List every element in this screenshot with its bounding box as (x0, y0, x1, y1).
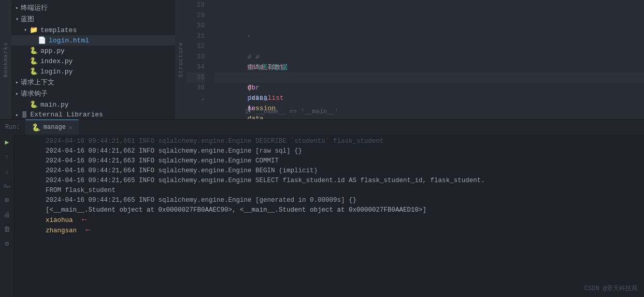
sidebar-item-login-html[interactable]: 📄 login.html (11, 35, 175, 46)
close-icon[interactable]: ✕ (69, 124, 73, 131)
structure-label: Structure (178, 42, 184, 77)
console-line-xiaohua: xiaohua ← (46, 215, 644, 226)
console-line: 2024-04-16 09:44:21,663 INFO sqlalchemy.… (46, 156, 644, 166)
trash-button[interactable]: 🗑 (2, 224, 13, 235)
settings-button[interactable]: ⚙ (2, 238, 13, 249)
code-line: print ( data . name ) (215, 62, 644, 72)
folder-icon: 📁 (29, 26, 38, 34)
sidebar-label: 请求上下文 (21, 78, 54, 87)
console-line: FROM flask_student (46, 186, 644, 196)
sidebar-label: 终端运行 (21, 3, 48, 12)
console-line: 2024-04-16 09:44:21,662 INFO sqlalchemy.… (46, 146, 644, 156)
sidebar: 终端运行 蓝图 📁 templates 📄 login.html (0, 0, 187, 119)
csdn-watermark: CSDN @景天科技苑 (584, 284, 638, 293)
sidebar-item-app-py[interactable]: 🐍 app.py (11, 46, 175, 56)
code-line (215, 10, 644, 21)
wrap-button[interactable]: ≡↵ (2, 180, 13, 191)
python-icon: 🐍 (32, 123, 40, 132)
bookmarks-bar: Bookmarks (0, 0, 11, 119)
console-line: 2024-04-16 09:44:21,665 INFO sqlalchemy.… (46, 196, 644, 205)
main-area: 终端运行 蓝图 📁 templates 📄 login.html (0, 0, 644, 119)
sidebar-item-blueprint[interactable]: 蓝图 (11, 13, 175, 25)
run-button[interactable]: ▶ (2, 137, 13, 148)
code-line: print ( data_list ) (215, 41, 644, 52)
file-icon: 🐍 (29, 67, 38, 76)
arrow-indicator: ← (86, 226, 91, 235)
code-line: for data in data_list : (215, 52, 644, 62)
code-line (215, 72, 644, 83)
sidebar-label: 请求钩子 (21, 89, 48, 98)
run-label: Run: (0, 124, 25, 131)
code-line: ▾ # # 查询所有数据 (215, 21, 644, 31)
sidebar-label: login.py (40, 68, 73, 76)
sidebar-item-terminal-run[interactable]: 终端运行 (11, 2, 175, 13)
code-line: ▾ # # 按条件查询 (215, 83, 644, 93)
console-line: 2024-04-16 09:44:21,665 INFO sqlalchemy.… (46, 176, 644, 186)
tab-name: manage (44, 124, 66, 131)
bars-icon: ▐▌ (21, 111, 28, 118)
sidebar-label: 蓝图 (21, 14, 34, 24)
run-panel-body: ▶ ↑ ↓ ≡↵ ⊞ 🖨 🗑 ⚙ 2024-04-16 09:44:21,661… (0, 135, 644, 297)
arrow-icon (13, 5, 21, 11)
sidebar-item-templates[interactable]: 📁 templates (11, 25, 175, 35)
arrow-icon (13, 79, 21, 85)
sidebar-item-login-py[interactable]: 🐍 login.py (11, 66, 175, 77)
arrow-icon (22, 27, 29, 33)
print-button[interactable]: 🖨 (2, 209, 13, 220)
console-line: 2024-04-16 09:44:21,661 INFO sqlalchemy.… (46, 137, 644, 146)
file-icon: 🐍 (29, 47, 38, 55)
code-editor: 28 29 30 31 32 33 34 35 36 ▾ ▾ (187, 0, 644, 119)
sidebar-item-request-hook[interactable]: 请求钩子 (11, 88, 175, 99)
sidebar-item-external-libs[interactable]: ▐▌ External Libraries (11, 110, 175, 119)
sidebar-item-main-py[interactable]: 🐍 main.py (11, 99, 175, 110)
scroll-down-button[interactable]: ↓ (2, 166, 13, 177)
console-line-zhangsan: zhangsan ← (46, 226, 644, 236)
sidebar-item-index-py[interactable]: 🐍 index.py (11, 56, 175, 66)
code-content: ▾ # # 查询所有数据 data_list = db . session . … (210, 0, 644, 119)
bookmarks-label: Bookmarks (3, 42, 9, 77)
console-output: 2024-04-16 09:44:21,661 INFO sqlalchemy.… (15, 135, 644, 238)
file-icon: 📄 (37, 36, 47, 44)
file-icon: 🐍 (29, 57, 38, 65)
code-line: data_list = db . session . query ( Stude… (215, 31, 644, 41)
sidebar-label: templates (40, 26, 77, 34)
console-area: 2024-04-16 09:44:21,661 INFO sqlalchemy.… (0, 135, 644, 297)
line-numbers: 28 29 30 31 32 33 34 35 36 ▾ (187, 0, 210, 119)
structure-bar: Structure (175, 0, 187, 119)
arrow-indicator: ← (82, 215, 87, 225)
console-line: 2024-04-16 09:44:21,664 INFO sqlalchemy.… (46, 166, 644, 176)
bottom-code-line: if __name__ == '__main__' (215, 96, 644, 107)
sidebar-item-request-context[interactable]: 请求上下文 (11, 77, 175, 88)
arrow-icon (13, 91, 21, 97)
sidebar-label: main.py (40, 101, 69, 109)
left-toolbar: ▶ ↑ ↓ ≡↵ ⊞ 🖨 🗑 ⚙ (0, 135, 15, 297)
sidebar-label: index.py (40, 57, 73, 65)
arrow-icon (13, 112, 21, 118)
run-panel: Run: 🐍 manage ✕ ▶ ↑ ↓ ≡↵ ⊞ 🖨 🗑 ⚙ 2024-04… (0, 119, 644, 297)
sidebar-label: app.py (40, 47, 65, 55)
arrow-icon (13, 16, 21, 22)
sidebar-label: login.html (49, 37, 89, 44)
run-tab-bar: Run: 🐍 manage ✕ (0, 119, 644, 135)
file-icon: 🐍 (29, 100, 38, 109)
console-line: [<__main__.Student object at 0x0000027FB… (46, 205, 644, 215)
run-tab-manage[interactable]: 🐍 manage ✕ (25, 120, 79, 135)
code-line (215, 0, 644, 10)
pin-button[interactable]: ⊞ (2, 195, 13, 206)
sidebar-label: External Libraries (30, 111, 103, 118)
scroll-up-button[interactable]: ↑ (2, 151, 13, 162)
